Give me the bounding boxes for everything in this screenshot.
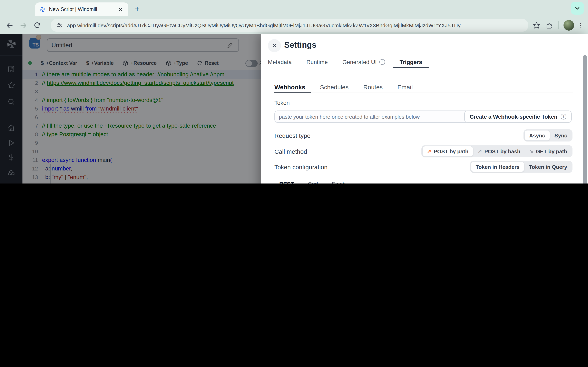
windmill-favicon-icon: [39, 6, 46, 13]
tab-fetch[interactable]: Fetch: [327, 179, 351, 184]
tab-schedules[interactable]: Schedules: [314, 81, 354, 93]
chrome-separator: [558, 21, 559, 29]
arrow-up-right-icon: ↗: [478, 149, 482, 154]
tab-strip: New Script | Windmill ✕ +: [0, 0, 588, 16]
tab-runtime[interactable]: Runtime: [300, 55, 334, 68]
info-icon: i: [379, 59, 385, 65]
token-configuration-toggle: Token in HeadersToken in Query: [470, 161, 572, 173]
tab-close-icon[interactable]: ✕: [117, 6, 124, 13]
workspace-pane: TS Untitled $+Context Var $+Variable: [0, 34, 261, 184]
forward-button[interactable]: [16, 18, 30, 32]
tab-routes[interactable]: Routes: [357, 81, 388, 93]
bookmark-star-icon[interactable]: [533, 22, 540, 29]
chrome-actions: ⋮: [533, 16, 585, 34]
arrow-up-right-icon: ↗: [427, 149, 431, 154]
back-button[interactable]: [2, 18, 16, 32]
tab-email[interactable]: Email: [392, 81, 418, 93]
tab-generated-ui[interactable]: Generated UIi: [336, 55, 391, 68]
arrow-down-right-icon: ↘: [529, 149, 534, 154]
extensions-puzzle-icon[interactable]: [546, 22, 553, 29]
tab-curl[interactable]: Curl: [303, 179, 323, 184]
scrollbar-thumb[interactable]: [583, 55, 587, 184]
close-icon[interactable]: ✕: [268, 39, 281, 52]
tab-title: New Script | Windmill: [49, 7, 117, 12]
drawer-title: Settings: [284, 40, 316, 50]
option-sync[interactable]: Sync: [550, 130, 572, 141]
reload-button[interactable]: [30, 18, 44, 32]
call-method-toggle: ↗POST by path↗POST by hash↘GET by path: [421, 145, 572, 157]
option-get-by-path[interactable]: ↘GET by path: [525, 146, 572, 157]
url-bar[interactable]: app.windmill.dev/scripts/add#JTdCJTIyaGF…: [51, 19, 528, 32]
browser-tab[interactable]: New Script | Windmill ✕: [35, 2, 128, 16]
url-text: app.windmill.dev/scripts/add#JTdCJTIyaGF…: [67, 22, 466, 28]
settings-tabs: MetadataRuntimeGenerated UIiTriggers: [268, 55, 429, 68]
request-type-toggle: AsyncSync: [523, 129, 572, 142]
profile-avatar[interactable]: [563, 20, 574, 31]
drawer-backdrop[interactable]: [0, 34, 261, 184]
create-webhook-token-button[interactable]: Create a Webhook-specific Token i: [464, 110, 572, 123]
divider: [261, 68, 588, 68]
tab-metadata[interactable]: Metadata: [268, 55, 298, 68]
request-type-label: Request type: [274, 132, 311, 139]
tab-triggers[interactable]: Triggers: [393, 55, 429, 68]
chrome-menu-icon[interactable]: ⋮: [577, 21, 585, 29]
new-tab-button[interactable]: +: [131, 3, 143, 15]
option-async[interactable]: Async: [524, 130, 550, 141]
call-method-label: Call method: [274, 148, 307, 155]
token-input[interactable]: [274, 110, 469, 123]
option-post-by-hash[interactable]: ↗POST by hash: [473, 146, 525, 157]
settings-drawer: ✕ Settings MetadataRuntimeGenerated UIiT…: [261, 34, 588, 184]
trigger-tabs: WebhooksSchedulesRoutesEmail: [274, 81, 418, 93]
divider: [274, 92, 573, 93]
tab-rest[interactable]: REST: [274, 179, 299, 184]
divider: [261, 55, 588, 55]
option-token-in-query[interactable]: Token in Query: [525, 161, 572, 172]
screen: New Script | Windmill ✕ + app.windmill: [0, 0, 588, 184]
browser-chrome: New Script | Windmill ✕ + app.windmill: [0, 0, 588, 34]
chevron-down-icon: [575, 5, 580, 11]
tab-webhooks[interactable]: Webhooks: [274, 81, 311, 93]
option-token-in-headers[interactable]: Token in Headers: [471, 161, 525, 172]
snippet-tabs: RESTCurlFetch: [274, 179, 351, 184]
info-icon: i: [561, 114, 566, 119]
chrome-panel-chevron-button[interactable]: [571, 2, 584, 15]
token-label: Token: [274, 100, 290, 106]
option-post-by-path[interactable]: ↗POST by path: [422, 146, 474, 157]
app-root: TS Untitled $+Context Var $+Variable: [0, 34, 588, 184]
site-settings-icon[interactable]: [56, 22, 63, 29]
token-configuration-label: Token configuration: [274, 164, 328, 170]
